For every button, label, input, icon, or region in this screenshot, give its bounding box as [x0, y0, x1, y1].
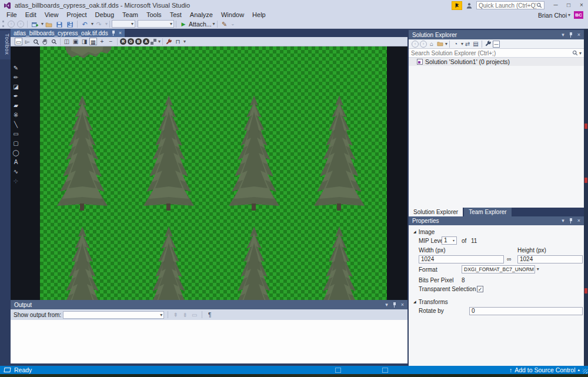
open-file-icon[interactable]	[45, 20, 53, 28]
navigate-forward-icon[interactable]: ›	[17, 21, 24, 28]
save-all-icon[interactable]	[66, 20, 74, 28]
menu-file[interactable]: File	[2, 11, 21, 19]
resize-grip[interactable]	[583, 369, 587, 373]
output-pin-icon[interactable]	[392, 302, 397, 308]
tools-selector-icon[interactable]: ⊓	[174, 38, 182, 45]
texture-atlas-image[interactable]	[40, 46, 387, 300]
image-section-header[interactable]: ◢ Image	[413, 229, 579, 235]
zoom-out-button[interactable]: −	[107, 38, 115, 45]
spinner-dropdown-icon[interactable]: ▾	[451, 238, 456, 242]
menu-window[interactable]: Window	[217, 11, 248, 19]
eyedropper-tool-icon[interactable]: ✒	[12, 92, 20, 100]
section-expander-icon[interactable]: ◢	[413, 299, 416, 303]
menu-view[interactable]: View	[41, 11, 63, 19]
ellipse-tool-icon[interactable]: ◯	[12, 149, 20, 156]
mip-level-spinner[interactable]: 1 ▾	[442, 236, 457, 245]
notifications-flag-button[interactable]	[452, 1, 462, 10]
attach-play-icon[interactable]: ▶	[179, 20, 188, 28]
find-in-files-icon[interactable]: ✎	[220, 20, 229, 28]
navigate-back-icon[interactable]: ‹	[8, 21, 15, 28]
quick-launch-box[interactable]	[476, 1, 544, 9]
curve-tool-icon[interactable]: ∿	[12, 168, 20, 175]
fit-selection-button[interactable]: ◨	[81, 38, 88, 45]
transparent-selection-checkbox[interactable]: ✓	[477, 286, 483, 292]
blue-channel-button[interactable]: B	[135, 38, 142, 45]
se-pending-dropdown-icon[interactable]: ▾	[461, 41, 463, 46]
menu-debug[interactable]: Debug	[91, 11, 118, 19]
output-source-combobox[interactable]: ▾	[63, 311, 164, 319]
red-channel-button[interactable]: R	[120, 38, 126, 45]
se-show-all-files-icon[interactable]: ▤	[472, 41, 479, 48]
tab-close-icon[interactable]: ×	[119, 30, 122, 36]
pencil-tool-icon[interactable]: ✎	[12, 64, 20, 72]
menu-team[interactable]: Team	[118, 11, 142, 19]
se-switch-views-dropdown-icon[interactable]: ▾	[445, 41, 447, 46]
quick-launch-input[interactable]	[479, 2, 536, 9]
pan-tool[interactable]	[41, 38, 49, 45]
fit-to-window-button[interactable]: ◫	[63, 38, 71, 45]
add-to-source-control-button[interactable]: Add to Source Control	[514, 366, 575, 373]
advanced-wrench-icon[interactable]	[165, 38, 173, 45]
avatar[interactable]: BC	[574, 11, 583, 19]
tab-solution-explorer[interactable]: Solution Explorer	[409, 208, 463, 216]
actual-size-button[interactable]: ▣	[72, 38, 79, 45]
airbrush-tool-icon[interactable]: ※	[12, 111, 20, 119]
document-tab-active[interactable]: atlas_billboards_cypress_oak.tif.dds ×	[11, 29, 125, 37]
output-close-icon[interactable]: ×	[401, 302, 404, 308]
se-search-dropdown-icon[interactable]: ▾	[579, 51, 582, 56]
output-title-bar[interactable]: Output ▾ ×	[11, 300, 407, 309]
menu-test[interactable]: Test	[166, 11, 186, 19]
rectangle-tool-icon[interactable]: ▭	[12, 130, 20, 138]
solution-explorer-search[interactable]: ▾	[409, 49, 584, 58]
transparency-background-icon[interactable]	[151, 39, 156, 45]
undo-icon[interactable]: ↶	[81, 20, 89, 28]
se-home-icon[interactable]: ⌂	[428, 41, 435, 48]
line-tool-icon[interactable]: ╲	[12, 121, 20, 128]
se-switch-views-icon[interactable]	[436, 41, 443, 48]
menu-edit[interactable]: Edit	[21, 11, 41, 19]
user-dropdown-icon[interactable]: ▾	[568, 12, 570, 18]
image-canvas[interactable]: ✎ ✏ ◪ ✒ ▰ ※ ╲ ▭ ▢ ◯ A ∿ ⊹	[11, 46, 407, 300]
alpha-channel-button[interactable]: A	[143, 38, 149, 45]
zoom-region-tool[interactable]	[50, 38, 58, 45]
props-dropdown-icon[interactable]: ▾	[562, 218, 564, 223]
output-dropdown-icon[interactable]: ▾	[385, 302, 388, 308]
transforms-section-header[interactable]: ◢ Transforms	[413, 299, 579, 305]
zoom-tool[interactable]	[32, 38, 40, 45]
menu-project[interactable]: Project	[62, 11, 91, 19]
rounded-rect-tool-icon[interactable]: ▢	[12, 139, 20, 147]
toolbar-grip[interactable]	[2, 21, 4, 27]
brush-tool-icon[interactable]: ✏	[12, 74, 20, 81]
undo-dropdown-icon[interactable]: ▾	[91, 21, 93, 26]
solution-explorer-title-bar[interactable]: Solution Explorer ▾ ×	[409, 30, 584, 39]
se-dropdown-icon[interactable]: ▾	[562, 32, 564, 38]
maximize-button[interactable]: □	[562, 1, 575, 10]
format-dropdown[interactable]: DXGI_FORMAT_BC7_UNORM ▾	[462, 265, 535, 273]
user-name[interactable]: Brian Choi	[538, 12, 567, 19]
transparency-dropdown-icon[interactable]: ▾	[158, 39, 161, 44]
tab-team-explorer[interactable]: Team Explorer	[464, 208, 511, 216]
platform-combobox[interactable]: ▾	[138, 20, 174, 28]
props-close-icon[interactable]: ×	[577, 218, 580, 223]
output-content[interactable]	[11, 320, 407, 363]
height-input[interactable]	[517, 255, 583, 263]
link-dimensions-icon[interactable]: ∞	[507, 255, 512, 262]
se-close-icon[interactable]: ×	[577, 32, 580, 38]
eraser-tool-icon[interactable]: ▰	[12, 102, 20, 109]
grid-toggle-button[interactable]: ▦	[89, 38, 97, 45]
new-project-dropdown-icon[interactable]: ▾	[41, 21, 44, 26]
new-project-icon[interactable]	[31, 20, 39, 28]
menu-analyze[interactable]: Analyze	[186, 11, 217, 19]
se-preview-selected-button[interactable]: ─	[493, 41, 500, 48]
selection-tool[interactable]: ▭	[15, 38, 22, 45]
configuration-combobox[interactable]: ▾	[112, 20, 135, 28]
zoom-in-button[interactable]: +	[98, 38, 106, 45]
rotate-by-input[interactable]	[469, 307, 583, 315]
attach-dropdown-icon[interactable]: ▾	[213, 21, 215, 26]
word-wrap-icon[interactable]: ¶	[206, 312, 213, 318]
se-pending-changes-icon[interactable]: ◔	[452, 41, 459, 48]
toolbox-tab[interactable]: Toolbox	[0, 31, 11, 59]
se-properties-wrench-icon[interactable]	[485, 41, 492, 48]
minimize-button[interactable]: ─	[549, 1, 562, 10]
text-tool-icon[interactable]: A	[12, 158, 20, 166]
